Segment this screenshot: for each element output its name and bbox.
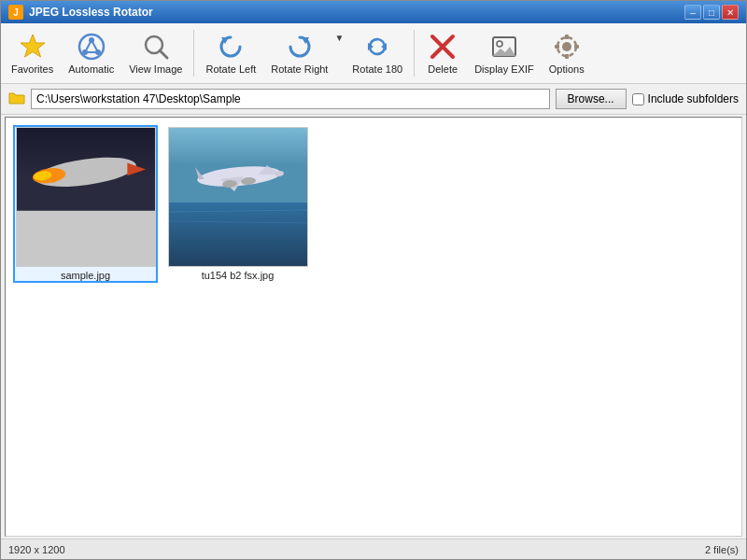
svg-line-9 (160, 50, 167, 58)
svg-rect-22 (565, 54, 569, 59)
list-item[interactable]: sample.jpg (13, 125, 158, 283)
include-subfolders-label[interactable]: Include subfolders (632, 92, 739, 105)
address-bar: Browse... Include subfolders (1, 84, 746, 115)
thumb-image-1 (16, 128, 156, 211)
view-image-label: View Image (129, 63, 182, 75)
svg-point-17 (497, 41, 502, 47)
file-count: 2 file(s) (705, 544, 739, 555)
rotate-right-label: Rotate Right (271, 63, 328, 75)
view-image-button[interactable]: View Image (122, 27, 189, 79)
browse-button[interactable]: Browse... (556, 89, 627, 109)
automatic-button[interactable]: Automatic (62, 27, 120, 79)
rotate-180-icon (362, 32, 392, 62)
file-name-2: tu154 b2 fsx.jpg (202, 270, 275, 281)
svg-rect-31 (169, 203, 308, 267)
minimize-button[interactable]: – (684, 5, 701, 20)
toolbar-separator-1 (193, 30, 194, 77)
delete-icon (428, 32, 458, 62)
list-item[interactable]: tu154 b2 fsx.jpg (165, 125, 310, 283)
favorites-label: Favorites (11, 63, 53, 75)
thumb-bottom (16, 211, 156, 266)
close-button[interactable]: ✕ (722, 5, 739, 20)
rotate-180-button[interactable]: Rotate 180 (345, 27, 409, 79)
rotate-right-icon (285, 32, 315, 62)
options-label: Options (549, 63, 585, 75)
app-icon: J (8, 5, 23, 20)
rotate-left-icon (216, 32, 246, 62)
svg-rect-23 (555, 45, 559, 49)
display-exif-label: Display EXIF (474, 63, 534, 75)
toolbar-separator-2 (414, 30, 415, 77)
include-subfolders-checkbox[interactable] (632, 93, 644, 105)
file-browser[interactable]: sample.jpg (5, 117, 742, 537)
file-name-1: sample.jpg (61, 270, 110, 281)
rotate-left-label: Rotate Left (205, 63, 256, 75)
svg-line-6 (92, 40, 98, 52)
options-button[interactable]: Options (543, 27, 591, 79)
thumb-image-2 (169, 128, 308, 267)
display-exif-icon (489, 32, 519, 62)
thumbnail-box (16, 127, 156, 267)
rotate-left-button[interactable]: Rotate Left (199, 27, 262, 79)
folder-icon (8, 91, 25, 108)
delete-label: Delete (428, 63, 458, 75)
view-image-icon (141, 32, 171, 62)
image-dimensions: 1920 x 1200 (8, 544, 65, 555)
toolbar: Favorites Automatic (1, 23, 746, 84)
title-bar-controls: – □ ✕ (684, 5, 739, 20)
title-bar: J JPEG Lossless Rotator – □ ✕ (1, 1, 746, 23)
svg-rect-24 (574, 45, 579, 49)
maximize-button[interactable]: □ (703, 5, 720, 20)
main-window: J JPEG Lossless Rotator – □ ✕ Favorites (0, 0, 747, 560)
favorites-icon (18, 32, 48, 62)
title-bar-text: J JPEG Lossless Rotator (8, 5, 153, 20)
delete-button[interactable]: Delete (419, 27, 466, 79)
automatic-icon (77, 32, 106, 62)
thumbnail-box-2 (168, 127, 308, 267)
svg-line-5 (85, 40, 92, 52)
status-bar: 1920 x 1200 2 file(s) (1, 539, 746, 559)
display-exif-button[interactable]: Display EXIF (468, 27, 541, 79)
svg-rect-21 (565, 35, 569, 39)
svg-rect-30 (169, 128, 308, 203)
automatic-label: Automatic (68, 63, 114, 75)
address-input[interactable] (31, 89, 550, 109)
rotate-right-button[interactable]: Rotate Right (264, 27, 334, 79)
rotate-right-dropdown[interactable]: ▼ (334, 33, 344, 43)
rotate-right-group: Rotate Right ▼ (264, 27, 344, 79)
rotate-180-label: Rotate 180 (352, 63, 402, 75)
options-icon (552, 32, 582, 62)
svg-marker-0 (21, 35, 45, 57)
svg-point-19 (562, 42, 571, 51)
favorites-button[interactable]: Favorites (5, 27, 60, 79)
svg-marker-18 (493, 47, 515, 56)
window-title: JPEG Lossless Rotator (29, 6, 153, 19)
